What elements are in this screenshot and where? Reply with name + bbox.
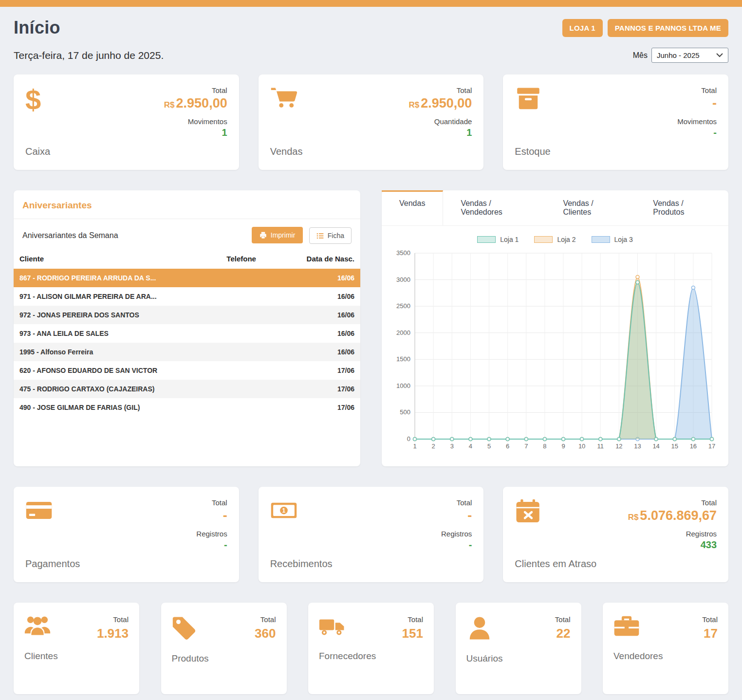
recebimentos-total-label: Total <box>441 498 472 507</box>
birthday-row[interactable]: 490 - JOSE GILMAR DE FARIAS (GIL)17/06 <box>14 398 360 417</box>
pagamentos-total-value: - <box>196 508 227 523</box>
dollar-icon: $ <box>25 84 41 115</box>
vendas-label: Vendas <box>270 146 303 157</box>
caixa-sub-label: Movimentos <box>164 117 227 126</box>
legend-label-loja2: Loja 2 <box>557 236 575 243</box>
birthdays-actions: Imprimir Ficha <box>252 227 352 244</box>
header: Início LOJA 1 PANNOS E PANNOS LTDA ME <box>14 18 728 38</box>
month-select[interactable]: Junho - 2025 <box>651 48 728 63</box>
birthday-row[interactable]: 1995 - Alfonso Ferreira16/06 <box>14 343 360 361</box>
pagamentos-sub-label: Registros <box>196 530 227 538</box>
company-button[interactable]: PANNOS E PANNOS LTDA ME <box>608 19 728 37</box>
svg-text:8: 8 <box>543 442 546 450</box>
svg-text:3000: 3000 <box>396 276 410 283</box>
caixa-total-value: R$2.950,00 <box>164 96 227 111</box>
recebimentos-label: Recebimentos <box>270 558 333 570</box>
legend-item-loja2[interactable]: Loja 2 <box>534 236 575 243</box>
birthdays-subtitle: Aniversariantes da Semana <box>22 231 118 240</box>
print-button[interactable]: Imprimir <box>252 227 303 243</box>
produtos-count: 360 <box>255 626 276 641</box>
pagamentos-sub-value: - <box>196 539 227 551</box>
tab-vendas-clientes[interactable]: Vendas / Clientes <box>545 190 635 225</box>
birthday-row[interactable]: 971 - ALISON GILMAR PEREIRA DE ARA...16/… <box>14 287 360 306</box>
vendedores-total-label: Total <box>702 615 718 624</box>
clientes-atraso-total-value: R$5.076.869,67 <box>628 508 717 523</box>
fornecedores-counter-card: Total 151 Fornecedores <box>308 603 434 694</box>
tag-icon <box>172 615 198 644</box>
caixa-sub-value: 1 <box>164 127 227 138</box>
birthday-row[interactable]: 475 - RODRIGO CARTAXO (CAJAZEIRAS)17/06 <box>14 380 360 398</box>
caixa-label: Caixa <box>25 146 50 157</box>
vendas-card: Vendas Total R$2.950,00 Quantidade 1 <box>259 74 484 170</box>
birthday-row[interactable]: 620 - AFONSO EDUARDO DE SAN VICTOR17/06 <box>14 361 360 380</box>
clientes-atraso-card: Clientes em Atraso Total R$5.076.869,67 … <box>503 487 728 582</box>
svg-text:1000: 1000 <box>396 382 410 389</box>
legend-swatch-loja2 <box>534 236 553 243</box>
clientes-counter-label: Clientes <box>24 651 129 662</box>
clientes-atraso-sub-value: 433 <box>628 539 717 551</box>
birthdays-table: Cliente Telefone Data de Nasc. 867 - ROD… <box>14 252 360 417</box>
vendedores-counter-card: Total 17 Vendedores <box>603 603 728 694</box>
sales-tabs: Vendas Vendas / Vendedores Vendas / Clie… <box>382 190 728 226</box>
birthday-row[interactable]: 867 - RODRIGO PEREIRA ARRUDA DA S...16/0… <box>14 269 360 287</box>
birthday-row[interactable]: 973 - ANA LEILA DE SALES16/06 <box>14 324 360 343</box>
cart-icon <box>270 86 303 111</box>
svg-text:2000: 2000 <box>396 329 410 336</box>
legend-item-loja1[interactable]: Loja 1 <box>477 236 519 243</box>
briefcase-icon <box>613 615 640 639</box>
svg-text:3: 3 <box>450 442 454 450</box>
recebimentos-total-value: - <box>441 508 472 523</box>
fornecedores-count: 151 <box>402 626 423 641</box>
stats-row-bottom: Pagamentos Total - Registros - 1 Recebim… <box>14 487 728 582</box>
birthday-row[interactable]: 972 - JONAS PEREIRA DOS SANTOS16/06 <box>14 306 360 324</box>
store-button[interactable]: LOJA 1 <box>562 19 603 37</box>
estoque-sub-label: Movimentos <box>677 117 717 126</box>
truck-icon <box>319 615 345 638</box>
svg-text:500: 500 <box>400 408 410 416</box>
svg-text:13: 13 <box>634 442 641 450</box>
date-row: Terça-feira, 17 de junho de 2025. Mês Ju… <box>14 48 728 63</box>
page-title: Início <box>14 18 60 38</box>
column-birth: Data de Nasc. <box>278 252 360 269</box>
vendas-sub-label: Quantidade <box>409 117 472 126</box>
svg-text:5: 5 <box>487 442 491 450</box>
usuarios-counter-label: Usuários <box>466 653 571 664</box>
legend-swatch-loja1 <box>477 236 496 243</box>
birthdays-title: Aniversariantes <box>14 190 360 219</box>
legend-swatch-loja3 <box>592 236 610 243</box>
month-filter: Mês Junho - 2025 <box>633 48 728 63</box>
usuarios-total-label: Total <box>555 615 571 624</box>
clientes-counter-card: Total 1.913 Clientes <box>14 603 139 694</box>
fornecedores-counter-label: Fornecedores <box>319 651 423 662</box>
counters-row: Total 1.913 Clientes Total 360 Produtos <box>14 603 728 694</box>
user-icon <box>466 615 493 644</box>
usuarios-count: 22 <box>555 626 571 641</box>
vendedores-count: 17 <box>702 626 718 641</box>
legend-label-loja1: Loja 1 <box>500 236 519 243</box>
svg-text:4: 4 <box>469 442 472 450</box>
svg-text:2: 2 <box>432 442 435 450</box>
svg-text:6: 6 <box>506 442 509 450</box>
credit-card-icon <box>25 498 80 524</box>
vendas-sub-value: 1 <box>409 127 472 138</box>
svg-text:14: 14 <box>652 442 659 450</box>
tab-vendas-produtos[interactable]: Vendas / Produtos <box>635 190 728 225</box>
svg-text:17: 17 <box>708 442 715 450</box>
stats-row-top: $ Caixa Total R$2.950,00 Movimentos 1 Ve… <box>14 74 728 170</box>
svg-text:11: 11 <box>597 442 604 450</box>
calendar-x-icon <box>515 498 596 526</box>
tab-vendas-vendedores[interactable]: Vendas / Vendedores <box>443 190 545 225</box>
estoque-card: Estoque Total - Movimentos - <box>503 74 728 170</box>
vendedores-counter-label: Vendedores <box>613 651 718 662</box>
svg-text:16: 16 <box>690 442 697 450</box>
tab-vendas[interactable]: Vendas <box>382 190 443 225</box>
ficha-button[interactable]: Ficha <box>309 227 352 244</box>
svg-text:1500: 1500 <box>396 355 410 363</box>
pagamentos-label: Pagamentos <box>25 558 80 570</box>
pagamentos-card: Pagamentos Total - Registros - <box>14 487 239 582</box>
column-phone: Telefone <box>221 252 278 269</box>
box-icon <box>515 86 550 113</box>
clientes-count: 1.913 <box>97 626 129 641</box>
legend-item-loja3[interactable]: Loja 3 <box>592 236 633 243</box>
vendas-total-label: Total <box>409 86 472 94</box>
